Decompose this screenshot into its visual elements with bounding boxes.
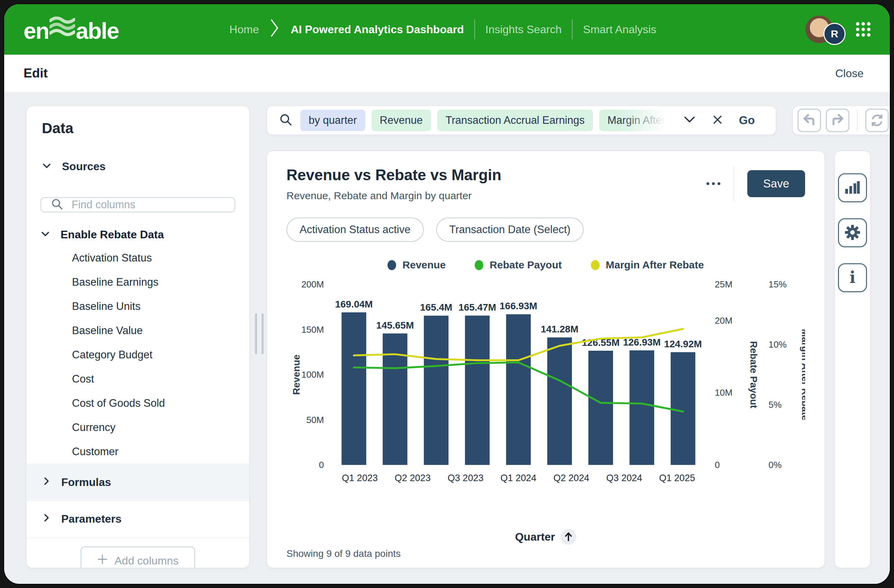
column-item-cost-of-goods-sold[interactable]: Cost of Goods Sold	[27, 391, 249, 415]
history-actions	[793, 106, 890, 135]
refresh-button[interactable]	[865, 109, 889, 132]
brand-logo[interactable]: en able	[24, 17, 119, 42]
insight-search-bar[interactable]: by quarterRevenueTransaction Accrual Ear…	[267, 106, 776, 135]
svg-text:Rebate Payout: Rebate Payout	[748, 341, 759, 408]
chart-card: Revenue vs Rebate vs Margin Revenue, Reb…	[267, 151, 825, 568]
columns-list: Activation StatusBaseline EarningsBaseli…	[27, 246, 249, 464]
data-panel: Data Sources Enable Rebate Data	[26, 106, 249, 568]
column-item-cost[interactable]: Cost	[27, 367, 249, 391]
svg-text:Margin After Rebate: Margin After Rebate	[800, 329, 805, 421]
filter-pill[interactable]: Activation Status active	[287, 217, 424, 242]
search-chip[interactable]: Revenue	[371, 110, 431, 131]
sources-label: Sources	[62, 160, 106, 173]
svg-text:141.28M: 141.28M	[541, 324, 578, 335]
svg-text:Q1 2024: Q1 2024	[501, 472, 537, 483]
svg-text:0%: 0%	[769, 460, 782, 470]
find-columns-input[interactable]	[71, 198, 225, 211]
svg-text:10M: 10M	[715, 387, 732, 398]
svg-text:5%: 5%	[769, 400, 782, 410]
svg-text:Q3 2023: Q3 2023	[448, 472, 484, 483]
svg-text:Revenue: Revenue	[291, 354, 302, 395]
go-button[interactable]: Go	[730, 114, 764, 127]
parameters-section-toggle[interactable]: Parameters	[27, 501, 249, 537]
formulas-section-toggle[interactable]: Formulas	[27, 464, 249, 501]
chart-title: Revenue vs Rebate vs Margin	[287, 166, 501, 184]
svg-text:Q2 2024: Q2 2024	[553, 472, 589, 483]
add-columns-label: Add columns	[115, 555, 178, 567]
group-label: Enable Rebate Data	[60, 228, 164, 241]
svg-text:124.92M: 124.92M	[664, 339, 702, 349]
chart-plot-area: 050M100M150M200MRevenue169.04M145.65M165…	[287, 276, 805, 528]
panel-resize-handle[interactable]	[255, 314, 264, 354]
column-item-baseline-earnings[interactable]: Baseline Earnings	[27, 270, 249, 294]
nav-divider	[572, 20, 572, 39]
add-columns-button[interactable]: Add columns	[81, 546, 195, 568]
divider	[857, 110, 858, 130]
breadcrumb: Home AI Powered Analytics Dashboard Insi…	[230, 19, 656, 40]
sort-ascending-button[interactable]	[560, 529, 576, 545]
top-nav: en able Home AI Powered Analytics Dashbo…	[4, 4, 890, 55]
clear-search-icon[interactable]	[713, 115, 722, 126]
x-axis-title: Quarter	[515, 531, 555, 543]
gear-icon	[844, 224, 861, 242]
svg-text:Q1 2025: Q1 2025	[659, 472, 695, 483]
brand-text-right: able	[76, 20, 119, 42]
nav-link-smart-analysis[interactable]: Smart Analysis	[583, 23, 656, 36]
find-columns-box[interactable]	[41, 197, 235, 213]
breadcrumb-chevron-icon	[270, 19, 279, 40]
breadcrumb-current: AI Powered Analytics Dashboard	[291, 23, 464, 36]
settings-button[interactable]	[838, 218, 867, 247]
user-initial-badge[interactable]: R	[823, 23, 846, 45]
chart-type-button[interactable]	[838, 173, 867, 202]
undo-button[interactable]	[797, 109, 821, 132]
filter-pills: Activation Status activeTransaction Date…	[287, 217, 805, 242]
legend-item[interactable]: Rebate Payout	[475, 259, 562, 271]
app-window: en able Home AI Powered Analytics Dashbo…	[4, 4, 890, 584]
parameters-label: Parameters	[61, 513, 121, 525]
svg-text:165.4M: 165.4M	[420, 302, 452, 313]
svg-text:i: i	[849, 269, 855, 286]
redo-button[interactable]	[826, 109, 849, 132]
column-item-activation-status[interactable]: Activation Status	[27, 246, 249, 270]
svg-text:200M: 200M	[301, 279, 324, 289]
more-options-button[interactable]	[707, 182, 720, 185]
column-item-baseline-units[interactable]: Baseline Units	[27, 294, 249, 318]
legend-dot-icon	[591, 260, 600, 270]
search-chip[interactable]: Margin After Rebate	[599, 110, 671, 131]
search-chip[interactable]: Transaction Accrual Earnings	[437, 110, 593, 131]
svg-text:145.65M: 145.65M	[376, 320, 414, 331]
chart-subtitle: Revenue, Rebate and Margin by quarter	[287, 190, 501, 202]
nav-divider	[474, 20, 475, 39]
group-enable-rebate-data[interactable]: Enable Rebate Data	[27, 214, 249, 246]
info-button[interactable]: i	[838, 263, 867, 292]
chart-legend: RevenueRebate PayoutMargin After Rebate	[287, 259, 805, 271]
column-item-category-budget[interactable]: Category Budget	[27, 343, 249, 367]
column-item-customer[interactable]: Customer	[27, 440, 249, 464]
chart-tools: i	[835, 151, 870, 568]
svg-text:100M: 100M	[301, 369, 324, 380]
sources-section-toggle[interactable]: Sources	[27, 148, 249, 185]
breadcrumb-home[interactable]: Home	[230, 23, 259, 36]
chevron-down-icon	[41, 228, 50, 241]
divider	[734, 166, 734, 201]
chevron-down-icon[interactable]	[684, 116, 695, 125]
apps-grid-icon[interactable]	[856, 22, 870, 37]
save-button[interactable]: Save	[747, 170, 805, 197]
filter-pill[interactable]: Transaction Date (Select)	[436, 217, 584, 242]
info-icon: i	[846, 269, 859, 287]
column-item-currency[interactable]: Currency	[27, 415, 249, 440]
svg-text:Q2 2023: Q2 2023	[395, 472, 431, 483]
search-chip[interactable]: by quarter	[300, 110, 365, 131]
bar-chart-icon	[844, 180, 861, 196]
legend-item[interactable]: Margin After Rebate	[591, 259, 704, 271]
search-icon	[51, 198, 63, 212]
svg-text:25M: 25M	[715, 279, 732, 289]
main-area: by quarterRevenueTransaction Accrual Ear…	[267, 106, 870, 568]
svg-text:50M: 50M	[306, 415, 324, 425]
nav-link-insights-search[interactable]: Insights Search	[485, 23, 562, 36]
content-area: Data Sources Enable Rebate Data	[4, 92, 890, 584]
legend-item[interactable]: Revenue	[388, 259, 445, 271]
column-item-baseline-value[interactable]: Baseline Value	[27, 318, 249, 343]
edit-mode-title: Edit	[24, 66, 48, 81]
close-button[interactable]: Close	[835, 67, 864, 80]
